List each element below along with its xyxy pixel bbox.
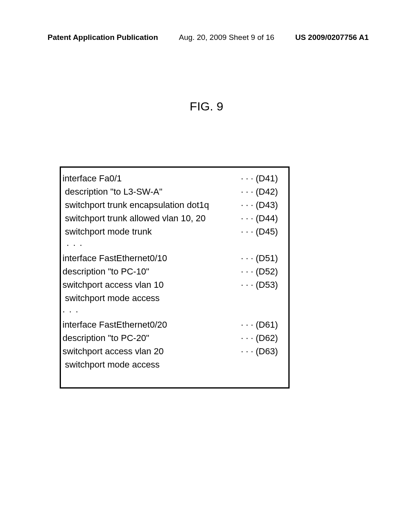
config-text: description "to PC-10" xyxy=(63,265,149,278)
header-left: Patent Application Publication xyxy=(48,33,158,42)
config-line: switchport trunk allowed vlan 10, 20 · ·… xyxy=(63,212,285,225)
config-line: description "to PC-20" · · · (D62) xyxy=(63,331,285,345)
config-text: switchport mode trunk xyxy=(63,225,152,238)
config-line: switchport trunk encapsulation dot1q · ·… xyxy=(63,198,285,212)
config-text: switchport access vlan 20 xyxy=(63,345,164,358)
line-ref: · · · (D45) xyxy=(241,225,285,238)
config-line: description "to L3-SW-A" · · · (D42) xyxy=(63,185,285,198)
config-text: description "to PC-20" xyxy=(63,331,149,345)
config-text: switchport mode access xyxy=(63,358,160,371)
config-line: switchport mode access xyxy=(63,358,285,371)
config-line: interface FastEthernet0/20 · · · (D61) xyxy=(63,318,285,331)
config-line: interface FastEthernet0/10 · · · (D51) xyxy=(63,251,285,265)
ellipsis: · · · xyxy=(63,305,285,318)
config-text: interface Fa0/1 xyxy=(63,172,122,185)
line-ref: · · · (D43) xyxy=(241,198,285,212)
config-line: switchport access vlan 20 · · · (D63) xyxy=(63,345,285,358)
line-ref: · · · (D41) xyxy=(241,172,285,185)
config-text: switchport trunk encapsulation dot1q xyxy=(63,198,209,212)
header-right: US 2009/0207756 A1 xyxy=(295,33,369,42)
config-text: description "to L3-SW-A" xyxy=(63,185,163,198)
figure-box: interface Fa0/1 · · · (D41) description … xyxy=(60,166,290,389)
line-ref: · · · (D44) xyxy=(241,212,285,225)
line-ref: · · · (D42) xyxy=(241,185,285,198)
page-header: Patent Application Publication Aug. 20, … xyxy=(0,33,413,42)
config-text: interface FastEthernet0/20 xyxy=(63,318,167,331)
config-line: switchport access vlan 10 · · · (D53) xyxy=(63,278,285,291)
line-ref: · · · (D61) xyxy=(241,318,285,331)
config-text: switchport trunk allowed vlan 10, 20 xyxy=(63,212,206,225)
figure-title: FIG. 9 xyxy=(0,100,413,113)
line-ref: · · · (D63) xyxy=(241,345,285,358)
config-text: interface FastEthernet0/10 xyxy=(63,251,167,265)
line-ref: · · · (D52) xyxy=(241,265,285,278)
config-text: switchport mode access xyxy=(63,291,160,305)
line-ref: · · · (D51) xyxy=(241,251,285,265)
line-ref: · · · (D62) xyxy=(241,331,285,345)
config-line: switchport mode trunk · · · (D45) xyxy=(63,225,285,238)
line-ref: · · · (D53) xyxy=(241,278,285,291)
config-line: interface Fa0/1 · · · (D41) xyxy=(63,172,285,185)
config-line: description "to PC-10" · · · (D52) xyxy=(63,265,285,278)
header-mid: Aug. 20, 2009 Sheet 9 of 16 xyxy=(179,33,275,42)
ellipsis: · · · xyxy=(63,238,285,251)
config-line: switchport mode access xyxy=(63,291,285,305)
config-text: switchport access vlan 10 xyxy=(63,278,164,291)
